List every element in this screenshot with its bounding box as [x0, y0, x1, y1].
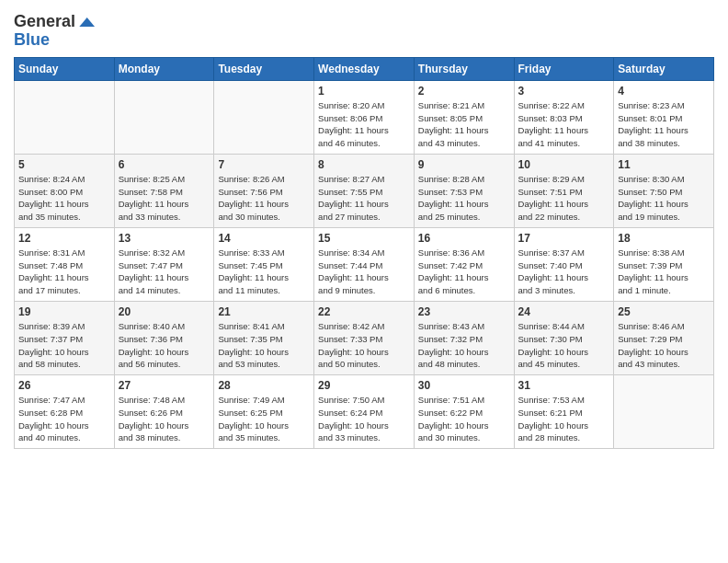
day-number: 2 — [418, 85, 510, 98]
day-number: 28 — [218, 379, 310, 392]
day-number: 5 — [18, 158, 110, 171]
calendar-cell: 26Sunrise: 7:47 AMSunset: 6:28 PMDayligh… — [15, 375, 115, 449]
calendar-header-row: SundayMondayTuesdayWednesdayThursdayFrid… — [15, 57, 714, 80]
calendar-week-1: 1Sunrise: 8:20 AMSunset: 8:06 PMDaylight… — [15, 80, 714, 154]
day-info: Sunrise: 7:47 AMSunset: 6:28 PMDaylight:… — [18, 394, 110, 444]
day-number: 16 — [418, 232, 510, 245]
day-info: Sunrise: 8:42 AMSunset: 7:33 PMDaylight:… — [318, 320, 410, 371]
calendar-cell: 23Sunrise: 8:43 AMSunset: 7:32 PMDayligh… — [414, 301, 514, 374]
day-number: 3 — [518, 85, 610, 98]
day-number: 27 — [119, 379, 210, 392]
day-number: 12 — [18, 232, 110, 245]
calendar-cell: 6Sunrise: 8:25 AMSunset: 7:58 PMDaylight… — [114, 154, 214, 227]
calendar-cell: 11Sunrise: 8:30 AMSunset: 7:50 PMDayligh… — [614, 154, 714, 227]
day-info: Sunrise: 8:25 AMSunset: 7:58 PMDaylight:… — [119, 173, 210, 224]
calendar-cell: 19Sunrise: 8:39 AMSunset: 7:37 PMDayligh… — [15, 301, 115, 374]
col-header-wednesday: Wednesday — [314, 57, 415, 80]
day-number: 13 — [119, 232, 210, 245]
day-info: Sunrise: 8:43 AMSunset: 7:32 PMDaylight:… — [418, 320, 510, 371]
calendar-cell: 22Sunrise: 8:42 AMSunset: 7:33 PMDayligh… — [314, 301, 415, 374]
calendar-cell: 2Sunrise: 8:21 AMSunset: 8:05 PMDaylight… — [414, 80, 514, 154]
col-header-monday: Monday — [114, 57, 214, 80]
calendar-cell: 25Sunrise: 8:46 AMSunset: 7:29 PMDayligh… — [614, 301, 714, 374]
calendar-cell: 18Sunrise: 8:38 AMSunset: 7:39 PMDayligh… — [614, 227, 714, 301]
day-number: 22 — [318, 305, 410, 318]
day-number: 8 — [318, 158, 410, 171]
col-header-tuesday: Tuesday — [214, 57, 314, 80]
day-info: Sunrise: 7:49 AMSunset: 6:25 PMDaylight:… — [218, 394, 310, 444]
day-number: 17 — [518, 232, 610, 245]
day-number: 24 — [518, 305, 610, 318]
day-number: 30 — [418, 379, 510, 392]
day-info: Sunrise: 8:26 AMSunset: 7:56 PMDaylight:… — [218, 173, 310, 224]
day-info: Sunrise: 8:38 AMSunset: 7:39 PMDaylight:… — [618, 247, 710, 297]
calendar-week-2: 5Sunrise: 8:24 AMSunset: 8:00 PMDaylight… — [15, 154, 714, 227]
day-info: Sunrise: 8:30 AMSunset: 7:50 PMDaylight:… — [618, 173, 710, 224]
col-header-saturday: Saturday — [614, 57, 714, 80]
day-info: Sunrise: 8:22 AMSunset: 8:03 PMDaylight:… — [518, 99, 610, 150]
day-number: 1 — [318, 85, 410, 98]
day-info: Sunrise: 8:27 AMSunset: 7:55 PMDaylight:… — [318, 173, 410, 224]
day-info: Sunrise: 8:29 AMSunset: 7:51 PMDaylight:… — [518, 173, 610, 224]
day-number: 23 — [418, 305, 510, 318]
calendar-cell — [15, 80, 115, 154]
day-number: 21 — [218, 305, 310, 318]
calendar-cell — [214, 80, 314, 154]
calendar-cell: 27Sunrise: 7:48 AMSunset: 6:26 PMDayligh… — [114, 375, 214, 449]
day-info: Sunrise: 8:37 AMSunset: 7:40 PMDaylight:… — [518, 247, 610, 297]
calendar-cell: 4Sunrise: 8:23 AMSunset: 8:01 PMDaylight… — [614, 80, 714, 154]
calendar-cell: 3Sunrise: 8:22 AMSunset: 8:03 PMDaylight… — [514, 80, 614, 154]
calendar-week-5: 26Sunrise: 7:47 AMSunset: 6:28 PMDayligh… — [15, 375, 714, 449]
day-number: 20 — [119, 305, 210, 318]
day-info: Sunrise: 8:44 AMSunset: 7:30 PMDaylight:… — [518, 320, 610, 371]
calendar-cell: 10Sunrise: 8:29 AMSunset: 7:51 PMDayligh… — [514, 154, 614, 227]
calendar-cell: 12Sunrise: 8:31 AMSunset: 7:48 PMDayligh… — [15, 227, 115, 301]
calendar-cell: 16Sunrise: 8:36 AMSunset: 7:42 PMDayligh… — [414, 227, 514, 301]
col-header-thursday: Thursday — [414, 57, 514, 80]
day-info: Sunrise: 8:46 AMSunset: 7:29 PMDaylight:… — [618, 320, 710, 371]
day-info: Sunrise: 8:20 AMSunset: 8:06 PMDaylight:… — [318, 99, 410, 150]
day-number: 7 — [218, 158, 310, 171]
calendar-week-3: 12Sunrise: 8:31 AMSunset: 7:48 PMDayligh… — [15, 227, 714, 301]
calendar-cell: 8Sunrise: 8:27 AMSunset: 7:55 PMDaylight… — [314, 154, 415, 227]
col-header-friday: Friday — [514, 57, 614, 80]
col-header-sunday: Sunday — [15, 57, 115, 80]
day-info: Sunrise: 7:53 AMSunset: 6:21 PMDaylight:… — [518, 394, 610, 444]
day-info: Sunrise: 8:41 AMSunset: 7:35 PMDaylight:… — [218, 320, 310, 371]
day-info: Sunrise: 8:24 AMSunset: 8:00 PMDaylight:… — [18, 173, 110, 224]
logo-blue: Blue — [14, 30, 50, 49]
calendar-cell — [114, 80, 214, 154]
day-info: Sunrise: 8:21 AMSunset: 8:05 PMDaylight:… — [418, 99, 510, 150]
svg-marker-0 — [79, 17, 95, 27]
calendar-cell: 20Sunrise: 8:40 AMSunset: 7:36 PMDayligh… — [114, 301, 214, 374]
day-info: Sunrise: 7:48 AMSunset: 6:26 PMDaylight:… — [119, 394, 210, 444]
day-number: 10 — [518, 158, 610, 171]
calendar-cell — [614, 375, 714, 449]
page-container: General Blue SundayMondayTuesdayWednesda… — [0, 0, 728, 458]
day-number: 9 — [418, 158, 510, 171]
day-number: 15 — [318, 232, 410, 245]
calendar-table: SundayMondayTuesdayWednesdayThursdayFrid… — [14, 57, 714, 449]
day-info: Sunrise: 8:40 AMSunset: 7:36 PMDaylight:… — [119, 320, 210, 371]
day-info: Sunrise: 8:34 AMSunset: 7:44 PMDaylight:… — [318, 247, 410, 297]
day-info: Sunrise: 7:50 AMSunset: 6:24 PMDaylight:… — [318, 394, 410, 444]
day-number: 6 — [119, 158, 210, 171]
calendar-cell: 1Sunrise: 8:20 AMSunset: 8:06 PMDaylight… — [314, 80, 415, 154]
header: General Blue — [14, 9, 714, 50]
calendar-cell: 21Sunrise: 8:41 AMSunset: 7:35 PMDayligh… — [214, 301, 314, 374]
calendar-cell: 28Sunrise: 7:49 AMSunset: 6:25 PMDayligh… — [214, 375, 314, 449]
calendar-cell: 24Sunrise: 8:44 AMSunset: 7:30 PMDayligh… — [514, 301, 614, 374]
calendar-cell: 30Sunrise: 7:51 AMSunset: 6:22 PMDayligh… — [414, 375, 514, 449]
logo-general: General — [14, 13, 75, 31]
day-info: Sunrise: 8:32 AMSunset: 7:47 PMDaylight:… — [119, 247, 210, 297]
day-info: Sunrise: 8:39 AMSunset: 7:37 PMDaylight:… — [18, 320, 110, 371]
calendar-cell: 15Sunrise: 8:34 AMSunset: 7:44 PMDayligh… — [314, 227, 415, 301]
day-number: 25 — [618, 305, 710, 318]
day-number: 29 — [318, 379, 410, 392]
logo: General Blue — [14, 13, 95, 50]
day-info: Sunrise: 8:36 AMSunset: 7:42 PMDaylight:… — [418, 247, 510, 297]
calendar-week-4: 19Sunrise: 8:39 AMSunset: 7:37 PMDayligh… — [15, 301, 714, 374]
day-info: Sunrise: 8:23 AMSunset: 8:01 PMDaylight:… — [618, 99, 710, 150]
day-number: 18 — [618, 232, 710, 245]
calendar-cell: 17Sunrise: 8:37 AMSunset: 7:40 PMDayligh… — [514, 227, 614, 301]
